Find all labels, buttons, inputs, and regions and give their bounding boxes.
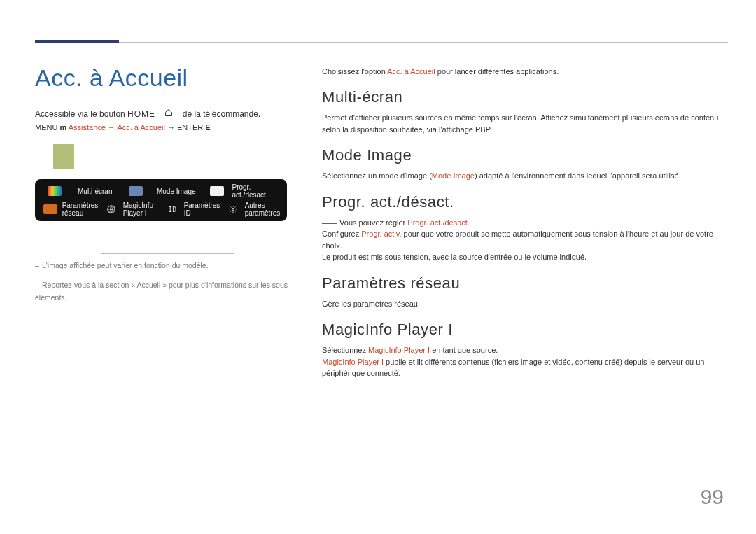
arrow-2: → (167, 123, 175, 132)
progr-l1-hl: Progr. act./désact. (407, 218, 470, 227)
page-title: Acc. à Accueil (35, 64, 301, 92)
home-icon (164, 108, 173, 119)
right-column: Choisissez l'option Acc. à Accueil pour … (322, 67, 725, 391)
body-multi-ecran: Permet d'afficher plusieurs sources en m… (322, 112, 725, 135)
left-column: Acc. à Accueil Accessible via le bouton … (35, 64, 301, 304)
heading-magicinfo: MagicInfo Player I (322, 321, 725, 339)
page-number: 99 (701, 485, 724, 509)
mode-image-pre: Sélectionnez un mode d'image ( (322, 171, 432, 180)
heading-progr: Progr. act./désact. (322, 193, 725, 211)
menu-m: m (59, 123, 66, 132)
menu-e: E (205, 123, 210, 132)
id-icon: ID (161, 206, 184, 213)
menu-label: MENU (35, 123, 57, 132)
heading-mode-image: Mode Image (322, 146, 725, 164)
appbar-thumb-scene (120, 186, 151, 196)
network-icon (100, 204, 123, 214)
appbar-label-magicinfo: MagicInfo Player I (123, 202, 161, 217)
heading-reseau: Paramètres réseau (322, 274, 725, 293)
menu-path: MENU m Assistance → Acc. à Accueil → ENT… (35, 123, 301, 132)
screenshot-placeholder (53, 144, 74, 169)
menu-assistance: Assistance (69, 123, 106, 132)
body-progr: ―― Vous pouvez régler Progr. act./désact… (322, 217, 725, 263)
svg-point-1 (232, 209, 234, 211)
app-bar-row-2: Paramètres réseau MagicInfo Player I ID … (39, 202, 283, 217)
body-mode-image: Sélectionnez un mode d'image (Mode Image… (322, 170, 725, 182)
page-root: Acc. à Accueil Accessible via le bouton … (0, 0, 756, 534)
footnote-b: Reportez-vous à la section « Accueil » p… (35, 281, 290, 302)
menu-enter: ENTER (177, 123, 203, 132)
mode-image-hl: Mode Image (432, 171, 475, 180)
home-prefix: Accessible via le bouton (35, 109, 125, 119)
intro-post: pour lancer différentes applications. (435, 67, 559, 76)
menu-acc: Acc. à Accueil (117, 123, 164, 132)
footnote-a: L'image affichée peut varier en fonction… (42, 261, 209, 269)
appbar-label-modeimage: Mode Image (151, 188, 202, 195)
intro-pre: Choisissez l'option (322, 67, 387, 76)
mi-l1-post: en tant que source. (430, 346, 498, 354)
intro-line: Choisissez l'option Acc. à Accueil pour … (322, 67, 725, 76)
appbar-thumb-white (202, 186, 232, 196)
gear-icon (222, 205, 245, 213)
mi-l1-hl: MagicInfo Player I (368, 346, 430, 354)
body-magicinfo: Sélectionnez MagicInfo Player I en tant … (322, 344, 725, 379)
progr-l1-pre: Vous pouvez régler (340, 218, 407, 227)
app-bar: Multi-écran Mode Image Progr. act./désac… (35, 179, 287, 221)
appbar-thumb-orange (39, 204, 62, 214)
footnote-rule (102, 253, 234, 254)
heading-multi-ecran: Multi-écran (322, 88, 725, 106)
arrow-1: → (108, 123, 115, 132)
footnotes: –L'image affichée peut varier en fonctio… (35, 260, 301, 304)
home-access-line: Accessible via le bouton HOME de la télé… (35, 108, 301, 119)
appbar-label-multiecran: Multi-écran (70, 188, 121, 195)
mi-l2-hl: MagicInfo Player I (322, 358, 384, 366)
appbar-thumb-rainbow (39, 186, 70, 196)
appbar-label-reseau: Paramètres réseau (62, 202, 100, 217)
mode-image-post: ) adapté à l'environnement dans lequel l… (475, 171, 681, 180)
progr-l2-pre: Configurez (322, 230, 361, 238)
body-reseau: Gère les paramètres réseau. (322, 298, 725, 310)
progr-l2-hl: Progr. activ. (361, 230, 401, 238)
top-rule (35, 42, 728, 43)
appbar-label-progr: Progr. act./désact. (232, 183, 284, 199)
top-rule-accent (35, 40, 119, 43)
home-button-label: HOME (127, 109, 155, 119)
mi-l1-pre: Sélectionnez (322, 346, 368, 354)
home-suffix: de la télécommande. (183, 109, 260, 119)
progr-l3: Le produit est mis sous tension, avec la… (322, 253, 587, 261)
app-bar-row-1: Multi-écran Mode Image Progr. act./désac… (39, 183, 283, 199)
intro-hl: Acc. à Accueil (387, 67, 435, 76)
appbar-label-paramid: Paramètres ID (184, 202, 222, 217)
appbar-label-autres: Autres paramètres (245, 202, 283, 217)
